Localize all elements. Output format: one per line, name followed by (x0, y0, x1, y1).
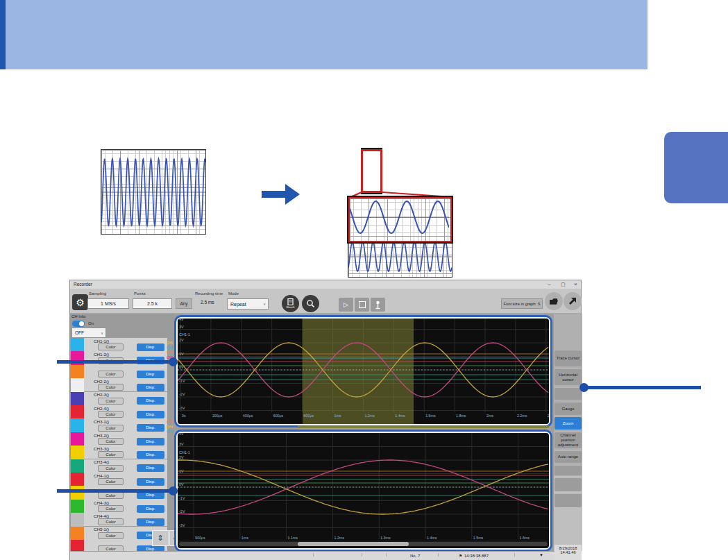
x-axis-label: 1.4ms (395, 414, 405, 418)
color-button[interactable]: Color (98, 532, 124, 539)
minimize-icon[interactable]: – (548, 281, 550, 287)
zoom-position-indicator (298, 425, 549, 428)
maximize-icon[interactable]: ▢ (561, 282, 566, 287)
channel-filter-dropdown[interactable]: OFF ∨ (71, 328, 106, 338)
channel-color-swatch (71, 473, 84, 486)
right-button-blank[interactable] (555, 493, 582, 507)
mode-dropdown[interactable]: Repeat ∨ (227, 298, 269, 309)
color-button[interactable]: Color (98, 411, 124, 418)
disp-button[interactable]: Disp. (137, 518, 164, 526)
color-button[interactable]: Color (98, 438, 124, 445)
channel-color-swatch (71, 446, 84, 459)
color-button[interactable]: Color (98, 518, 124, 525)
title-bar: Recorder – ▢ × (70, 280, 581, 289)
color-button[interactable]: Color (98, 398, 124, 405)
open-file-button[interactable] (545, 292, 563, 310)
vertical-pan-button[interactable]: ⇕ (152, 530, 169, 546)
x-axis-label: 1ms (242, 536, 248, 540)
disp-button[interactable]: Disp. (137, 397, 164, 405)
channel-label: CH3-3() (94, 446, 109, 451)
color-button[interactable]: Color (98, 451, 124, 458)
color-button[interactable]: Color (98, 371, 124, 377)
settings-button[interactable]: ⚙ (72, 294, 88, 310)
status-tick (514, 553, 515, 557)
disp-button[interactable]: Disp. (137, 505, 164, 513)
x-axis-label: 2.4ms (548, 414, 549, 418)
status-tick (313, 553, 314, 557)
disp-button[interactable]: Disp. (137, 451, 164, 459)
disp-button[interactable]: Disp. (137, 411, 164, 418)
close-icon[interactable]: × (574, 281, 577, 287)
x-axis-label: 1.2ms (364, 414, 374, 418)
y-axis-label: 1V (179, 469, 184, 473)
right-button-zoom[interactable]: Zoom (555, 417, 582, 430)
color-button[interactable]: Color (98, 425, 124, 432)
channel-color-swatch (71, 540, 84, 551)
status-tick (362, 553, 362, 557)
color-button[interactable]: Color (98, 505, 124, 512)
disp-button[interactable]: Disp. (137, 464, 164, 472)
diagonal-arrow-icon (568, 297, 577, 306)
stop-icon (359, 301, 366, 308)
channel-list: CH1-1()ColorDisp.CH1-2()ColorDisp.ColorD… (71, 338, 167, 551)
channel-color-swatch (71, 338, 84, 351)
disp-button[interactable]: Disp. (137, 371, 164, 378)
channel-label: CH1-2() (94, 352, 109, 357)
color-button[interactable]: Color (98, 478, 124, 485)
waveform-plot (178, 319, 549, 424)
y-axis-label: -2V (179, 509, 185, 514)
toggle-knob (79, 321, 84, 326)
callout-line-lower-graph (57, 489, 173, 493)
color-button[interactable]: Color (98, 492, 124, 499)
graph-scrollbar-thumb[interactable] (298, 542, 409, 546)
right-button-channel-position-adjustment[interactable]: Channel position adjustment (555, 432, 582, 448)
right-button-auto-range[interactable]: Auto range (555, 450, 582, 463)
callout-line-zoom-button (587, 386, 701, 389)
disp-button[interactable]: Disp. (137, 438, 164, 446)
right-button-gauge[interactable]: Gauge (555, 402, 582, 415)
y-axis-label: -1V (179, 379, 185, 383)
channel-color-swatch (71, 500, 84, 513)
sampling-field[interactable]: 1 MS/s (87, 298, 129, 309)
stop-button[interactable] (355, 298, 369, 312)
disp-button[interactable]: Disp. (137, 424, 164, 432)
search-button[interactable] (302, 295, 319, 312)
color-button[interactable]: Color (98, 465, 124, 472)
color-button[interactable]: Color (98, 343, 124, 350)
points-value: 2.5 k (147, 301, 158, 306)
font-size-button[interactable]: Font size in graph: S (501, 298, 543, 309)
disp-button[interactable]: Disp. (137, 384, 164, 391)
sheet-button-label: Sheet1 (286, 305, 295, 309)
color-button[interactable]: Color (98, 545, 124, 551)
channel-filter-value: OFF (75, 330, 84, 335)
sheet-button[interactable]: Sheet1 (282, 295, 299, 312)
x-axis-label: 800μs (304, 414, 314, 418)
right-button-horizontal-cursor[interactable]: Horizontal cursor (555, 368, 582, 385)
color-button[interactable]: Color (98, 384, 124, 391)
right-button-blank[interactable] (555, 477, 582, 491)
right-button-blank[interactable] (555, 465, 582, 475)
y-axis-label: -1V (179, 496, 185, 500)
sampling-label: Sampling (89, 291, 106, 296)
upper-waveform-graph[interactable]: 4V3V2V1V0V-1V-2V-3VCH1-10s200μs400μs600μ… (178, 319, 549, 424)
channel-label: CH2-2() (94, 379, 109, 384)
lower-waveform-graph[interactable]: 4V3V2V1V0V-1V-2V-3VCH1-1900μs1ms1.1ms1.2… (178, 433, 549, 548)
status-tick (386, 553, 387, 557)
start-button[interactable]: ▷ (339, 298, 353, 312)
disp-button[interactable]: Disp. (137, 478, 164, 486)
right-button-blank[interactable] (555, 387, 582, 400)
up-down-arrow-icon: ⇕ (157, 534, 163, 543)
flag-icon: ⚑ (459, 553, 462, 558)
any-button[interactable]: Any (176, 298, 192, 309)
ch-info-toggle[interactable] (72, 321, 85, 327)
y-axis-label: 2V (179, 338, 184, 342)
main-area: CH Info On OFF ∨ CH1-1()ColorDisp.CH1-2(… (70, 314, 581, 551)
edge-channel-label: CH4 (167, 346, 173, 350)
x-axis-label: 400μs (243, 414, 253, 418)
disp-button[interactable]: Disp. (137, 343, 164, 351)
expand-view-button[interactable] (564, 292, 582, 310)
disp-button[interactable]: Disp. (137, 545, 164, 551)
marker-button[interactable] (371, 298, 385, 312)
right-button-trace-cursor[interactable]: Trace cursor (555, 350, 582, 366)
points-field[interactable]: 2.5 k (133, 298, 172, 309)
